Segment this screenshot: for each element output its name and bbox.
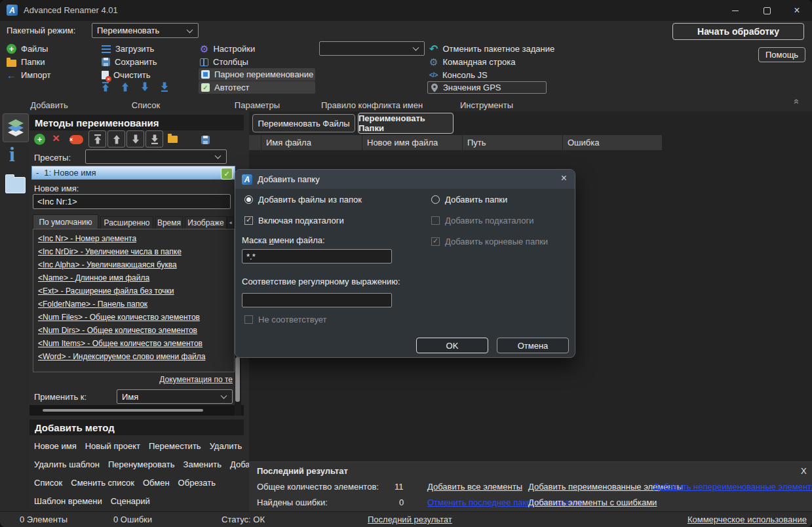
tab-rename-folders[interactable]: Переименовать Папки bbox=[358, 113, 454, 134]
tag-item[interactable]: <Num Files> - Общее количество элементов bbox=[33, 311, 234, 324]
tag-item[interactable]: <Num Dirs> - Общее количество элементов bbox=[33, 324, 234, 337]
add-method-icon-button[interactable] bbox=[34, 134, 45, 145]
add-files-button[interactable]: Файлы bbox=[7, 43, 48, 55]
import-button[interactable]: Импорт bbox=[7, 69, 50, 81]
method-remove[interactable]: Удалить bbox=[210, 441, 242, 451]
vertical-scrollbar-thumb[interactable] bbox=[235, 357, 240, 402]
column-header-filename[interactable]: Имя файла bbox=[261, 135, 362, 150]
add-unrenamed-items-link[interactable]: Добавить непереименованные элементы bbox=[653, 482, 812, 492]
method-collapse-icon[interactable]: - bbox=[36, 168, 39, 178]
methods-view-button[interactable] bbox=[3, 113, 29, 142]
js-console-button[interactable]: Консоль JS bbox=[429, 69, 488, 81]
open-preset-folder-icon[interactable] bbox=[168, 136, 178, 143]
horizontal-scrollbar[interactable] bbox=[29, 405, 244, 416]
new-name-input[interactable] bbox=[33, 194, 231, 209]
move-up-button[interactable] bbox=[121, 82, 129, 92]
method-row[interactable]: - 1: Новое имя bbox=[31, 166, 235, 180]
status-last-result-link[interactable]: Последний результат bbox=[368, 515, 452, 524]
method-move-up-button[interactable] bbox=[107, 130, 125, 147]
method-enabled-checkbox[interactable] bbox=[221, 168, 233, 180]
method-new-name[interactable]: Новое имя bbox=[34, 441, 77, 451]
columns-button[interactable]: Столбцы bbox=[200, 56, 248, 68]
save-preset-icon[interactable] bbox=[201, 136, 210, 144]
gps-values-button[interactable]: Значения GPS bbox=[427, 81, 547, 94]
method-swap-list[interactable]: Сменить список bbox=[71, 478, 134, 488]
undo-batch-button[interactable]: Отменить пакетное задание bbox=[429, 43, 554, 55]
method-move-down-button[interactable] bbox=[126, 130, 144, 147]
column-header-error[interactable]: Ошибка bbox=[563, 135, 663, 150]
tab-image[interactable]: Изображе bbox=[185, 216, 227, 229]
tag-item[interactable]: <Word> - Индексируемое слово имени файла bbox=[33, 350, 234, 363]
method-timestamp[interactable]: Шаблон времени bbox=[34, 496, 102, 506]
folder-panel-icon[interactable] bbox=[5, 177, 26, 193]
method-list[interactable]: Список bbox=[34, 478, 62, 488]
method-trim[interactable]: Обрезать bbox=[178, 478, 216, 488]
add-files-label: Файлы bbox=[21, 44, 48, 54]
radio-add-files-from-folders[interactable]: Добавить файлы из папок bbox=[244, 195, 362, 205]
method-remove-pattern[interactable]: Удалить шаблон bbox=[34, 459, 100, 469]
remove-all-methods-icon-button[interactable] bbox=[69, 135, 83, 144]
close-button[interactable] bbox=[782, 0, 812, 21]
start-batch-button[interactable]: Начать обработку bbox=[672, 23, 804, 40]
command-line-button[interactable]: ⚙ Командная строка bbox=[429, 56, 515, 68]
method-swap[interactable]: Обмен bbox=[143, 478, 170, 488]
conflict-rule-select[interactable] bbox=[319, 41, 425, 56]
dialog-close-icon[interactable] bbox=[561, 172, 567, 184]
tab-scroll-left-button[interactable] bbox=[227, 216, 234, 229]
move-to-bottom-button[interactable] bbox=[161, 82, 168, 92]
tag-item[interactable]: <Inc NrDir> - Увеличение числа в папке bbox=[33, 245, 234, 258]
checkbox-include-subdirs[interactable]: Включая подкаталоги bbox=[244, 216, 344, 225]
tag-item[interactable]: <Name> - Длинное имя файла bbox=[33, 271, 234, 284]
status-commercial-link[interactable]: Коммерческое использование bbox=[687, 515, 807, 524]
tag-item[interactable]: <Inc Alpha> - Увеличивающаяся буква bbox=[33, 258, 234, 271]
info-icon[interactable] bbox=[9, 144, 15, 164]
remove-method-icon-button[interactable] bbox=[52, 132, 60, 144]
tag-item[interactable]: <FolderName> - Панель папок bbox=[33, 298, 234, 311]
move-down-button[interactable] bbox=[141, 82, 149, 92]
add-error-items-link[interactable]: Добавить элементы с ошибками bbox=[528, 498, 657, 507]
settings-button[interactable]: ⚙ Настройки bbox=[200, 43, 255, 55]
filename-mask-input[interactable] bbox=[242, 249, 392, 264]
method-script[interactable]: Сценарий bbox=[111, 496, 150, 506]
autotest-toggle[interactable]: Автотест bbox=[199, 81, 315, 94]
collapse-ribbon-icon[interactable] bbox=[792, 99, 802, 104]
tag-item[interactable]: <Num Items> - Общее количество элементов bbox=[33, 337, 234, 350]
batch-mode-select[interactable]: Переименовать bbox=[92, 23, 199, 38]
result-panel-close-button[interactable]: X bbox=[801, 466, 807, 476]
method-move[interactable]: Переместить bbox=[149, 441, 201, 451]
column-header-blank[interactable] bbox=[249, 135, 261, 150]
regex-match-input[interactable] bbox=[242, 293, 392, 307]
horizontal-scrollbar-thumb[interactable] bbox=[43, 409, 203, 412]
tab-default[interactable]: По умолчанию bbox=[33, 214, 98, 229]
clear-document-icon bbox=[102, 71, 109, 79]
method-move-top-button[interactable] bbox=[88, 130, 106, 147]
ok-button[interactable]: OK bbox=[416, 338, 488, 353]
tab-time[interactable]: Время bbox=[155, 216, 183, 229]
radio-add-folders[interactable]: Добавить папки bbox=[431, 195, 507, 205]
tag-item[interactable]: <Ext> - Расширение файла без точки bbox=[33, 284, 234, 298]
clear-list-button[interactable]: Очистить bbox=[102, 69, 151, 81]
method-add[interactable]: Добавить bbox=[230, 459, 249, 469]
presets-select[interactable] bbox=[85, 149, 227, 164]
tag-documentation-link[interactable]: Документация по те bbox=[159, 375, 233, 384]
method-renumber[interactable]: Перенумеровать bbox=[108, 459, 175, 469]
add-folders-button[interactable]: Папки bbox=[7, 56, 45, 68]
method-replace[interactable]: Заменить bbox=[184, 459, 222, 469]
method-move-bottom-button[interactable] bbox=[145, 130, 163, 147]
column-header-path[interactable]: Путь bbox=[463, 135, 563, 150]
tag-item[interactable]: <Inc Nr> - Номер элемента bbox=[33, 232, 234, 245]
tab-rename-files[interactable]: Переименовать Файлы bbox=[252, 114, 355, 132]
tab-advanced[interactable]: Расширенно bbox=[100, 216, 153, 229]
pair-rename-toggle[interactable]: Парное переименование bbox=[199, 68, 315, 81]
cancel-button[interactable]: Отмена bbox=[497, 338, 569, 353]
help-button[interactable]: Помощь bbox=[758, 47, 805, 62]
column-header-new-filename[interactable]: Новое имя файла bbox=[362, 135, 463, 150]
save-list-button[interactable]: Сохранить bbox=[102, 56, 157, 68]
maximize-button[interactable] bbox=[752, 0, 782, 21]
load-list-button[interactable]: Загрузить bbox=[102, 43, 154, 55]
apply-to-select[interactable]: Имя bbox=[117, 389, 233, 404]
method-new-project[interactable]: Новый проект bbox=[85, 441, 140, 451]
move-to-top-button[interactable] bbox=[102, 82, 109, 92]
minimize-button[interactable] bbox=[720, 0, 750, 21]
add-all-items-link[interactable]: Добавить все элементы bbox=[427, 482, 522, 492]
